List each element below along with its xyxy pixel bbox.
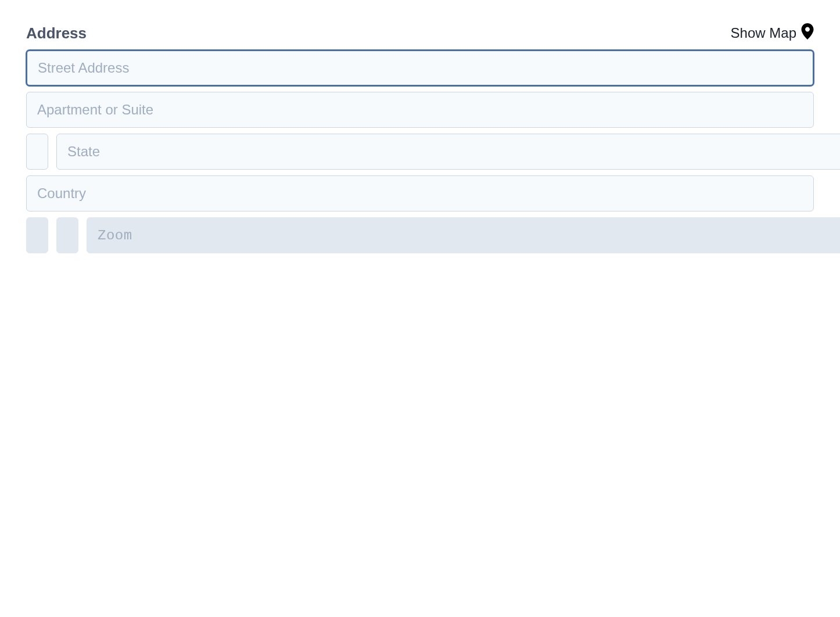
city-input[interactable]: [26, 134, 48, 170]
city-state-zip-row: [26, 134, 814, 170]
address-form: [26, 50, 814, 253]
latlng-row: [26, 217, 814, 253]
address-form-header: Address Show Map: [26, 23, 814, 43]
section-title: Address: [26, 24, 87, 42]
show-map-label: Show Map: [731, 25, 796, 41]
street-address-input[interactable]: [26, 50, 814, 86]
show-map-button[interactable]: Show Map: [731, 23, 814, 43]
zoom-input[interactable]: [87, 217, 840, 253]
map-pin-icon: [801, 23, 814, 43]
apartment-input[interactable]: [26, 92, 814, 128]
country-input[interactable]: [26, 175, 814, 211]
longitude-input[interactable]: [56, 217, 78, 253]
state-input[interactable]: [56, 134, 840, 170]
latitude-input[interactable]: [26, 217, 48, 253]
